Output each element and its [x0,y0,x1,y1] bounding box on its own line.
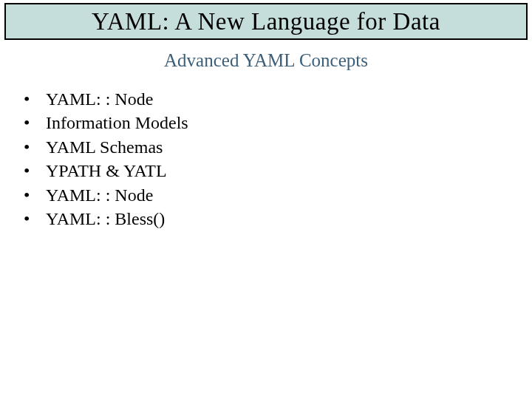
slide: YAML: A New Language for Data Advanced Y… [0,0,532,399]
list-item: • YAML Schemas [24,135,188,159]
bullet-icon: • [24,87,46,111]
list-item-label: YAML: : Bless() [46,207,165,231]
title-banner: YAML: A New Language for Data [4,3,528,40]
list-item: • Information Models [24,111,188,134]
list-item: • YAML: : Node [24,87,188,111]
bullet-icon: • [24,159,46,183]
list-item-label: YAML Schemas [46,135,163,159]
bullet-icon: • [24,111,46,134]
list-item: • YAML: : Bless() [24,207,188,231]
bullet-icon: • [24,183,46,207]
slide-subtitle: Advanced YAML Concepts [0,50,532,71]
list-item-label: YAML: : Node [46,183,153,207]
bullet-list: • YAML: : Node • Information Models • YA… [24,87,188,231]
list-item-label: Information Models [46,111,188,134]
slide-title: YAML: A New Language for Data [92,8,440,35]
list-item-label: YPATH & YATL [46,159,167,183]
list-item-label: YAML: : Node [46,87,153,111]
list-item: • YAML: : Node [24,183,188,207]
list-item: • YPATH & YATL [24,159,188,183]
bullet-icon: • [24,135,46,159]
bullet-icon: • [24,207,46,231]
